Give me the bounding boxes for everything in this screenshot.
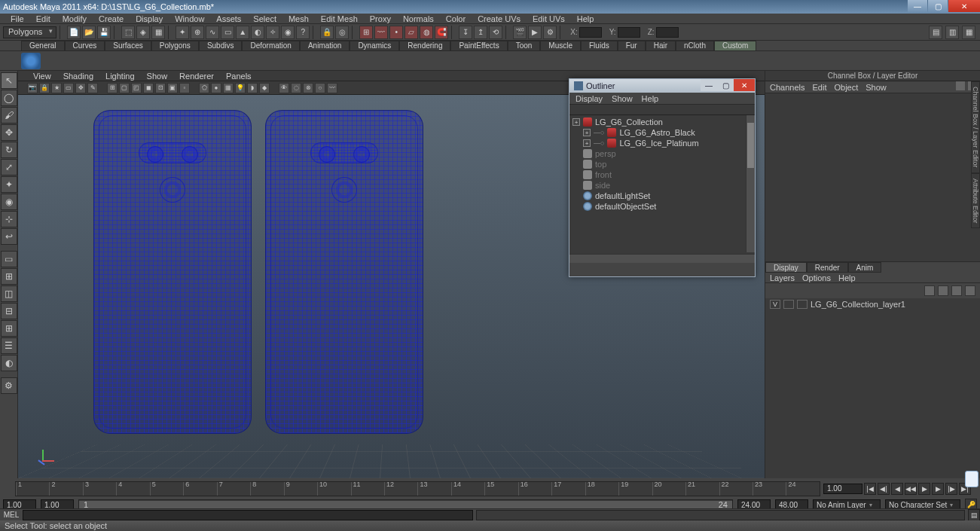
- vp-image-plane-icon[interactable]: ▭: [63, 83, 74, 93]
- vp-textured-icon[interactable]: ▦: [223, 83, 234, 93]
- vp-field-chart-icon[interactable]: ⊡: [155, 83, 166, 93]
- vp-2d-pan-icon[interactable]: ✥: [75, 83, 86, 93]
- save-scene-icon[interactable]: 💾: [97, 26, 111, 39]
- teamviewer-widget-icon[interactable]: [965, 471, 978, 487]
- outliner-item[interactable]: front: [569, 169, 755, 180]
- shelf-tab-curves[interactable]: Curves: [65, 41, 105, 51]
- tool-settings-icon[interactable]: ⚙: [1, 377, 17, 394]
- step-back-button[interactable]: ◀: [891, 483, 903, 495]
- snap-grid-icon[interactable]: ⊞: [359, 26, 373, 39]
- paint-select-tool[interactable]: 🖌: [1, 107, 17, 124]
- select-component-icon[interactable]: ▦: [151, 26, 165, 39]
- play-backward-button[interactable]: ◀◀: [905, 483, 917, 495]
- shelf-tab-dynamics[interactable]: Dynamics: [350, 41, 399, 51]
- outliner-persp-layout[interactable]: ☰: [1, 337, 17, 354]
- new-layer-assign-icon[interactable]: [965, 285, 975, 296]
- vp-film-gate-icon[interactable]: ▢: [119, 83, 130, 93]
- menu-mesh[interactable]: Mesh: [282, 14, 315, 23]
- coord-z-input[interactable]: [656, 27, 679, 38]
- command-language-label[interactable]: MEL: [0, 511, 23, 519]
- shelf-tab-ncloth[interactable]: nCloth: [676, 41, 714, 51]
- model-phone-2[interactable]: [265, 110, 423, 434]
- new-layer-icon[interactable]: [951, 285, 962, 296]
- lock-selection-icon[interactable]: 🔒: [320, 26, 334, 39]
- command-input[interactable]: [23, 510, 473, 520]
- select-object-icon[interactable]: ◈: [136, 26, 150, 39]
- sync-icon[interactable]: [956, 81, 965, 90]
- maximize-button[interactable]: ▢: [928, 0, 948, 12]
- construction-history-icon[interactable]: ⟲: [489, 26, 502, 39]
- shelf-tab-fur[interactable]: Fur: [618, 41, 646, 51]
- outliner-titlebar[interactable]: Outliner — ▢ ✕: [569, 79, 755, 93]
- outliner-item[interactable]: + LG_G6_Collection: [569, 117, 755, 127]
- menu-window[interactable]: Window: [169, 14, 210, 23]
- soft-mod-tool[interactable]: ◉: [1, 194, 17, 210]
- input-operations-icon[interactable]: ↧: [459, 26, 472, 39]
- step-back-key-button[interactable]: ◀|: [878, 483, 890, 495]
- cb-menu-channels[interactable]: Channels: [770, 83, 804, 92]
- vp-menu-panels[interactable]: Panels: [220, 72, 258, 81]
- outliner-hscroll[interactable]: [569, 254, 755, 263]
- shelf-tab-toon[interactable]: Toon: [508, 41, 541, 51]
- outliner-menu-display[interactable]: Display: [575, 94, 603, 103]
- shelf-tab-general[interactable]: General: [21, 41, 65, 51]
- vp-menu-renderer[interactable]: Renderer: [173, 72, 220, 81]
- expand-toggle[interactable]: +: [572, 118, 580, 126]
- layer-move-up-icon[interactable]: [924, 285, 935, 296]
- universal-manip-tool[interactable]: ✦: [1, 176, 17, 193]
- menu-select[interactable]: Select: [247, 14, 282, 23]
- mask-deform-icon[interactable]: ◐: [251, 26, 264, 39]
- outliner-item[interactable]: defaultLightSet: [569, 191, 755, 201]
- outliner-item[interactable]: persp: [569, 148, 755, 159]
- vp-gate-mask-icon[interactable]: ◼: [143, 83, 154, 93]
- menu-edit[interactable]: Edit: [30, 14, 56, 23]
- mask-poly-icon[interactable]: ▲: [236, 26, 249, 39]
- vp-grid-icon[interactable]: ⊞: [107, 83, 118, 93]
- vp-resolution-gate-icon[interactable]: ◰: [131, 83, 142, 93]
- rotate-tool[interactable]: ↻: [1, 142, 17, 158]
- shelf-tab-animation[interactable]: Animation: [300, 41, 350, 51]
- time-slider[interactable]: 123456789101112131415161718192021222324: [15, 481, 820, 496]
- layer-tab-display[interactable]: Display: [765, 262, 807, 273]
- outliner-item[interactable]: + —○ LG_G6_Ice_Platinum: [569, 138, 755, 148]
- shelf-tab-custom[interactable]: Custom: [714, 41, 756, 51]
- menu-assets[interactable]: Assets: [210, 14, 247, 23]
- output-operations-icon[interactable]: ↥: [474, 26, 487, 39]
- mask-render-icon[interactable]: ◉: [281, 26, 295, 39]
- vp-screen-space-ao-icon[interactable]: ○: [315, 83, 325, 93]
- outliner-vscroll[interactable]: [746, 115, 755, 252]
- shelf-tab-subdivs[interactable]: Subdivs: [199, 41, 243, 51]
- snap-live-icon[interactable]: ◍: [420, 26, 433, 39]
- vp-safe-action-icon[interactable]: ▣: [167, 83, 178, 93]
- menu-help[interactable]: Help: [571, 14, 600, 23]
- mask-dynamic-icon[interactable]: ✧: [266, 26, 279, 39]
- le-menu-help[interactable]: Help: [838, 273, 856, 282]
- ipr-render-icon[interactable]: ▶: [528, 26, 542, 39]
- shelf-tab-polygons[interactable]: Polygons: [151, 41, 199, 51]
- shelf-tab-rendering[interactable]: Rendering: [399, 41, 450, 51]
- make-live-icon[interactable]: 🧲: [435, 26, 448, 39]
- menu-color[interactable]: Color: [440, 14, 472, 23]
- expand-toggle[interactable]: +: [583, 129, 591, 136]
- outliner-menu-show[interactable]: Show: [612, 94, 633, 103]
- vp-use-lights-icon[interactable]: 💡: [235, 83, 246, 93]
- play-forward-button[interactable]: ▶: [918, 483, 930, 495]
- vp-xray-icon[interactable]: ◌: [291, 83, 301, 93]
- mask-joint-icon[interactable]: ⊕: [191, 26, 204, 39]
- step-forward-button[interactable]: ▶: [932, 483, 944, 495]
- range-slider-handle[interactable]: 1 24: [79, 501, 732, 508]
- outliner-close-button[interactable]: ✕: [734, 79, 755, 91]
- vp-menu-shading[interactable]: Shading: [57, 72, 99, 81]
- three-pane-layout[interactable]: ⊞: [1, 320, 17, 337]
- step-forward-key-button[interactable]: |▶: [945, 483, 957, 495]
- layer-move-down-icon[interactable]: [938, 285, 948, 296]
- vp-bookmark-icon[interactable]: ★: [51, 83, 62, 93]
- mask-handle-icon[interactable]: ✦: [176, 26, 189, 39]
- vp-isolate-icon[interactable]: 👁: [279, 83, 289, 93]
- shelf-tab-deformation[interactable]: Deformation: [242, 41, 299, 51]
- two-pane-stack-layout[interactable]: ⊟: [1, 303, 17, 319]
- vp-safe-title-icon[interactable]: ▫: [179, 83, 190, 93]
- module-selector[interactable]: Polygons: [3, 26, 56, 38]
- select-hierarchy-icon[interactable]: ⬚: [121, 26, 135, 39]
- shelf-tab-muscle[interactable]: Muscle: [540, 41, 581, 51]
